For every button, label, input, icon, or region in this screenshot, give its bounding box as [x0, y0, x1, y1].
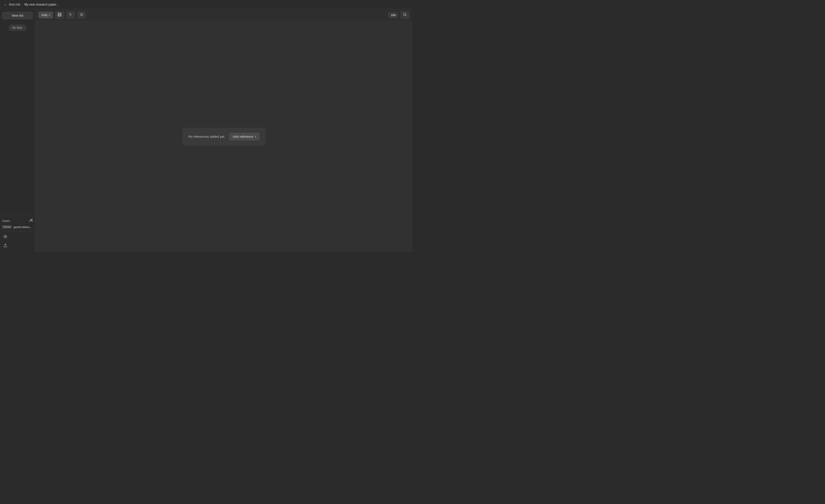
search-button[interactable]	[400, 11, 409, 19]
sidebar: New list No lists. Users Owner gareth	[0, 9, 35, 252]
users-header: Users	[2, 219, 33, 223]
content-area: No references added yet. Add reference ▾	[35, 21, 412, 252]
settings-button[interactable]	[2, 233, 33, 241]
collapse-sidebar-button[interactable]: ‹	[3, 1, 7, 8]
no-lists-badge: No lists.	[9, 24, 26, 31]
no-references-text: No references added yet.	[188, 135, 225, 139]
add-chevron: ▾	[49, 14, 50, 16]
add-reference-chevron: ▾	[255, 135, 256, 138]
owner-badge: Owner	[2, 225, 12, 229]
users-label: Users	[2, 219, 10, 223]
content-panel: Add ▾	[35, 9, 412, 252]
toolbar-left: Add ▾	[39, 11, 86, 19]
user-email: gareth.bilaney@goog...	[13, 226, 33, 229]
save-button[interactable]	[55, 11, 64, 19]
add-user-button[interactable]	[29, 219, 33, 223]
add-reference-label: Add reference	[233, 135, 253, 139]
svg-rect-3	[59, 13, 60, 14]
main-layout: New list No lists. Users Owner gareth	[0, 9, 412, 252]
no-references-card: No references added yet. Add reference ▾	[182, 128, 266, 146]
add-label: Add	[42, 13, 47, 17]
toolbar-right: .bib	[388, 11, 409, 19]
sidebar-lists-area: New list No lists.	[0, 9, 35, 216]
user-entry: Owner gareth.bilaney@goog...	[2, 225, 33, 229]
breadcrumb-separator: ›	[22, 3, 23, 6]
breadcrumb-bar: ‹ Main.bib › My next research paper...	[0, 0, 412, 9]
breadcrumb-current: My next research paper...	[24, 3, 59, 6]
content-toolbar: Add ▾	[35, 9, 412, 21]
no-lists-container: No lists.	[2, 24, 33, 31]
bib-button[interactable]: .bib	[388, 12, 398, 18]
users-section: Users Owner gareth.bilaney@goog...	[0, 216, 35, 231]
svg-point-1	[5, 236, 6, 237]
svg-rect-4	[59, 15, 61, 16]
export-button[interactable]	[2, 242, 33, 250]
new-list-button[interactable]: New list	[2, 12, 33, 19]
close-button[interactable]	[77, 11, 86, 19]
add-button[interactable]: Add ▾	[39, 12, 53, 18]
add-reference-button[interactable]: Add reference ▾	[229, 133, 260, 141]
sidebar-bottom	[0, 231, 35, 252]
breadcrumb-root[interactable]: Main.bib	[9, 3, 20, 6]
cite-button[interactable]	[66, 11, 75, 19]
